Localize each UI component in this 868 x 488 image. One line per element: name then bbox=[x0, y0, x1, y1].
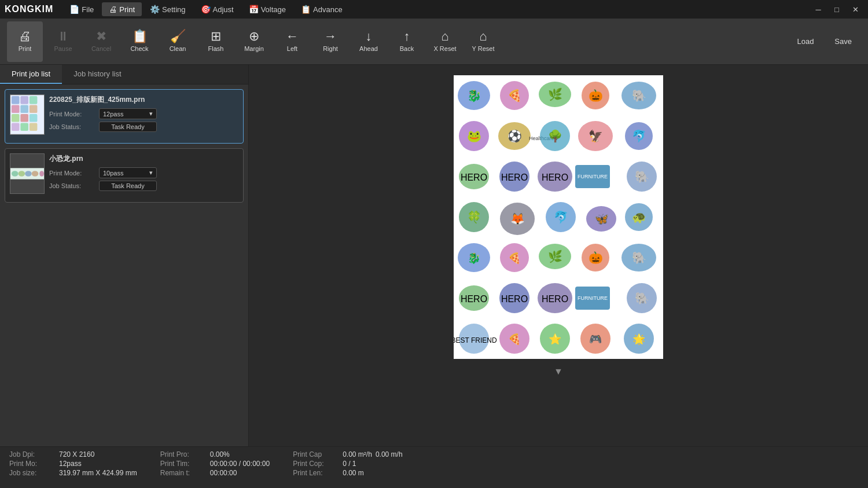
ahead-icon: ↓ bbox=[366, 30, 372, 43]
print-mode-dropdown-1[interactable]: 12pass ▾ bbox=[99, 108, 157, 119]
nav-setting-label: Setting bbox=[162, 5, 185, 14]
flash-button[interactable]: ⊞ Flash bbox=[198, 21, 234, 62]
svg-rect-12 bbox=[30, 123, 38, 131]
left-button[interactable]: ← Left bbox=[274, 21, 310, 62]
svg-text:🐉: 🐉 bbox=[468, 252, 481, 265]
print-preview: 🐉 🍕 🌿 🎃 🐘 🐸 ⚽ Healthcare � bbox=[454, 75, 663, 359]
print-time-value: 00:00:00 / 00:00:00 bbox=[210, 460, 270, 468]
left-panel: Print job list Job history list bbox=[0, 65, 249, 446]
adjust-icon: 🎯 bbox=[201, 5, 211, 14]
job-mode-row-2: Print Mode: 10pass ▾ bbox=[49, 167, 238, 178]
check-button[interactable]: 📋 Check bbox=[122, 21, 157, 62]
cancel-button[interactable]: ✖ Cancel bbox=[83, 21, 119, 62]
minimize-button[interactable]: ─ bbox=[810, 3, 826, 16]
nav-setting[interactable]: ⚙️ Setting bbox=[143, 2, 192, 16]
main-content: Print job list Job history list bbox=[0, 65, 868, 446]
svg-rect-7 bbox=[12, 114, 20, 122]
print-label: Print bbox=[19, 45, 32, 53]
svg-rect-1 bbox=[12, 96, 20, 104]
right-label: Right bbox=[323, 45, 338, 53]
svg-text:HERO: HERO bbox=[542, 294, 568, 304]
right-button[interactable]: → Right bbox=[312, 21, 348, 62]
svg-text:🌳: 🌳 bbox=[548, 129, 562, 143]
window-controls: ─ □ ✕ bbox=[810, 3, 863, 16]
nav-print[interactable]: 🖨 Print bbox=[102, 2, 142, 16]
job-name-1: 220825_排版新图_425mm.prn bbox=[49, 95, 238, 105]
nav-print-label: Print bbox=[119, 5, 135, 14]
svg-text:🐬: 🐬 bbox=[632, 129, 646, 143]
job-size-value: 319.97 mm X 424.99 mm bbox=[59, 469, 137, 477]
svg-text:🐉: 🐉 bbox=[467, 89, 481, 102]
svg-text:🐢: 🐢 bbox=[632, 210, 646, 224]
titlebar-left: KONGKIM 📄 File 🖨 Print ⚙️ Setting 🎯 Adju… bbox=[5, 2, 350, 16]
left-arrow-icon: ← bbox=[286, 30, 299, 43]
clean-label: Clean bbox=[170, 45, 186, 53]
nav-voltage[interactable]: 📅 Voltage bbox=[242, 2, 293, 16]
print-icon: 🖨 bbox=[19, 30, 31, 43]
margin-button[interactable]: ⊕ Margin bbox=[236, 21, 272, 62]
job-info-2: 小恐龙.prn Print Mode: 10pass ▾ Job Status:… bbox=[49, 154, 238, 193]
yreset-label: Y Reset bbox=[472, 45, 495, 53]
print-button[interactable]: 🖨 Print bbox=[7, 21, 43, 62]
print-cap-label: Print Cap bbox=[293, 450, 339, 458]
close-button[interactable]: ✕ bbox=[847, 3, 863, 16]
status-col-1: Job Dpi: 720 X 2160 Print Mo: 12pass Job… bbox=[9, 450, 137, 477]
tab-print-job-list[interactable]: Print job list bbox=[0, 65, 62, 84]
svg-text:HERO: HERO bbox=[542, 173, 568, 182]
nav-menu: 📄 File 🖨 Print ⚙️ Setting 🎯 Adjust 📅 Vol… bbox=[62, 2, 349, 16]
print-len-row: Print Len: 0.00 m bbox=[293, 469, 402, 477]
svg-text:🐘: 🐘 bbox=[632, 251, 646, 265]
xreset-button[interactable]: ⌂ X Reset bbox=[427, 21, 463, 62]
svg-text:🎮: 🎮 bbox=[589, 333, 602, 346]
clean-button[interactable]: 🧹 Clean bbox=[160, 21, 196, 62]
job-item-2[interactable]: 小恐龙.prn Print Mode: 10pass ▾ Job Status:… bbox=[5, 148, 244, 203]
status-col-2: Print Pro: 0.00% Print Tim: 00:00:00 / 0… bbox=[160, 450, 270, 477]
load-button[interactable]: Load bbox=[788, 34, 823, 49]
svg-text:🐘: 🐘 bbox=[635, 170, 649, 184]
left-label: Left bbox=[287, 45, 297, 53]
voltage-icon: 📅 bbox=[249, 5, 259, 14]
titlebar: KONGKIM 📄 File 🖨 Print ⚙️ Setting 🎯 Adju… bbox=[0, 0, 868, 19]
scroll-down-indicator: ▼ bbox=[253, 365, 863, 379]
svg-rect-11 bbox=[20, 123, 28, 131]
setting-icon: ⚙️ bbox=[150, 5, 160, 14]
remain-time-label: Remain t: bbox=[160, 469, 207, 477]
svg-text:🎃: 🎃 bbox=[589, 89, 603, 102]
job-status-row-2: Job Status: Task Ready bbox=[49, 181, 238, 191]
nav-file[interactable]: 📄 File bbox=[62, 2, 101, 16]
job-size-label: Job size: bbox=[9, 469, 56, 477]
print-mode-dropdown-2[interactable]: 10pass ▾ bbox=[99, 167, 157, 178]
job-item-1[interactable]: 220825_排版新图_425mm.prn Print Mode: 12pass… bbox=[5, 89, 244, 144]
svg-text:🦅: 🦅 bbox=[589, 129, 603, 143]
job-mode-row-1: Print Mode: 12pass ▾ bbox=[49, 108, 238, 119]
back-button[interactable]: ↑ Back bbox=[389, 21, 425, 62]
svg-text:🐬: 🐬 bbox=[554, 210, 568, 224]
print-copies-row: Print Cop: 0 / 1 bbox=[293, 460, 402, 468]
job-name-2: 小恐龙.prn bbox=[49, 154, 238, 164]
svg-text:FURNITURE: FURNITURE bbox=[578, 295, 608, 301]
print-cap-value: 0.00 m²/h bbox=[343, 450, 372, 458]
yreset-button[interactable]: ⌂ Y Reset bbox=[465, 21, 501, 62]
print-time-label: Print Tim: bbox=[160, 460, 207, 468]
job-dpi-row: Job Dpi: 720 X 2160 bbox=[9, 450, 137, 458]
print-len-label: Print Len: bbox=[293, 469, 339, 477]
pause-button[interactable]: ⏸ Pause bbox=[45, 21, 81, 62]
svg-text:🦋: 🦋 bbox=[594, 212, 609, 226]
yreset-icon: ⌂ bbox=[479, 30, 487, 43]
clean-icon: 🧹 bbox=[170, 30, 186, 43]
svg-rect-4 bbox=[12, 105, 20, 113]
svg-point-16 bbox=[25, 171, 32, 177]
job-status-label-1: Job Status: bbox=[49, 123, 95, 130]
svg-text:🐸: 🐸 bbox=[467, 129, 481, 143]
tab-job-history-list[interactable]: Job history list bbox=[62, 65, 133, 84]
nav-advance[interactable]: 📋 Advance bbox=[294, 2, 350, 16]
save-button[interactable]: Save bbox=[825, 34, 861, 49]
remain-time-row: Remain t: 00:00:00 bbox=[160, 469, 270, 477]
load-label: Load bbox=[797, 37, 814, 46]
file-icon: 📄 bbox=[69, 5, 79, 14]
ahead-button[interactable]: ↓ Ahead bbox=[351, 21, 387, 62]
nav-voltage-label: Voltage bbox=[261, 5, 286, 14]
job-dpi-value: 720 X 2160 bbox=[59, 450, 94, 458]
nav-adjust[interactable]: 🎯 Adjust bbox=[194, 2, 241, 16]
maximize-button[interactable]: □ bbox=[829, 3, 845, 16]
